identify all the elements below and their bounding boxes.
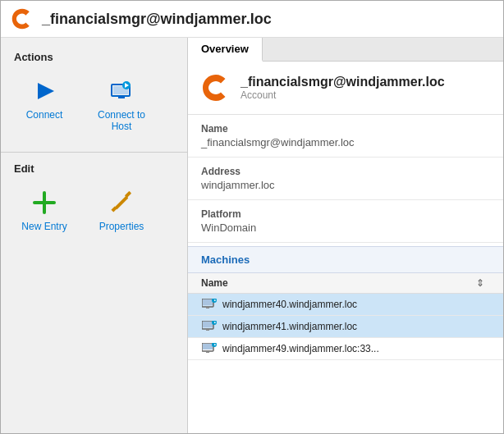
connect-label: Connect (26, 109, 63, 121)
new-entry-label: New Entry (21, 221, 66, 232)
section-divider (1, 152, 187, 153)
edit-section-label: Edit (1, 159, 187, 181)
name-label: Name (201, 123, 490, 135)
properties-action[interactable]: Properties (85, 181, 158, 239)
machine-row-3[interactable]: windjammer49.windjammer.loc:33... (188, 338, 503, 360)
name-value: _financialsmgr@windjammer.loc (201, 136, 490, 148)
machine-icon-3 (201, 342, 218, 355)
svg-rect-13 (206, 307, 209, 308)
svg-rect-12 (203, 299, 213, 305)
svg-rect-17 (203, 322, 213, 327)
connect-host-label: Connect to Host (88, 109, 155, 132)
properties-icon (107, 188, 136, 217)
tab-overview[interactable]: Overview (188, 38, 263, 62)
main-content: Actions Connect (1, 38, 503, 433)
machine-name-3: windjammer49.windjammer.loc:33... (222, 343, 490, 354)
main-window: _financialsmgr@windjammer.loc Actions Co… (0, 0, 504, 434)
machine-icon-2 (201, 320, 218, 333)
address-value: windjammer.loc (201, 179, 490, 191)
platform-field-row: Platform WinDomain (188, 200, 503, 243)
window-title: _financialsmgr@windjammer.loc (42, 11, 272, 28)
properties-label: Properties (99, 221, 144, 232)
overview-header-info: _financialsmgr@windjammer.loc Account (241, 75, 445, 101)
left-panel: Actions Connect (1, 38, 188, 433)
name-field-row: Name _financialsmgr@windjammer.loc (188, 115, 503, 158)
machine-name-1: windjammer40.windjammer.loc (222, 299, 490, 310)
machine-name-2: windjammer41.windjammer.loc (222, 321, 490, 332)
overview-content: _financialsmgr@windjammer.loc Account Na… (188, 62, 503, 433)
svg-rect-8 (115, 196, 129, 210)
platform-label: Platform (201, 208, 490, 220)
sort-icon: ⇕ (470, 277, 490, 289)
machines-table: Name ⇕ (188, 273, 503, 360)
edit-grid: New Entry Properties (1, 181, 187, 249)
machine-icon-1 (201, 298, 218, 311)
overview-main-title: _financialsmgr@windjammer.loc (241, 75, 445, 89)
title-bar: _financialsmgr@windjammer.loc (1, 1, 503, 38)
actions-section-label: Actions (1, 48, 187, 70)
machine-row-2[interactable]: windjammer41.windjammer.loc (188, 316, 503, 338)
table-header-row: Name ⇕ (188, 273, 503, 294)
machines-header: Machines (188, 246, 503, 273)
new-entry-action[interactable]: New Entry (7, 181, 81, 239)
machines-section: Machines Name ⇕ (188, 246, 503, 360)
connect-action[interactable]: Connect (7, 70, 81, 139)
overview-subtitle: Account (241, 89, 445, 101)
right-panel: Overview _financialsmgr@windjammer.loc A… (188, 38, 503, 433)
app-logo (11, 7, 34, 30)
svg-rect-3 (118, 96, 125, 98)
account-logo (201, 73, 231, 103)
connect-host-icon (107, 76, 136, 106)
connect-icon (30, 76, 59, 106)
svg-rect-23 (206, 351, 209, 353)
machines-title: Machines (201, 254, 250, 266)
platform-value: WinDomain (201, 222, 490, 234)
svg-rect-22 (203, 344, 213, 349)
new-entry-icon (30, 188, 59, 217)
tab-bar: Overview (188, 38, 503, 62)
actions-grid: Connect Connect to Host (1, 70, 187, 148)
machine-row-1[interactable]: windjammer40.windjammer.loc (188, 294, 503, 316)
column-name-label: Name (201, 277, 470, 289)
connect-host-action[interactable]: Connect to Host (85, 70, 158, 139)
address-field-row: Address windjammer.loc (188, 158, 503, 200)
svg-rect-18 (206, 329, 209, 331)
overview-header: _financialsmgr@windjammer.loc Account (188, 62, 503, 115)
address-label: Address (201, 166, 490, 177)
svg-marker-0 (38, 83, 54, 99)
